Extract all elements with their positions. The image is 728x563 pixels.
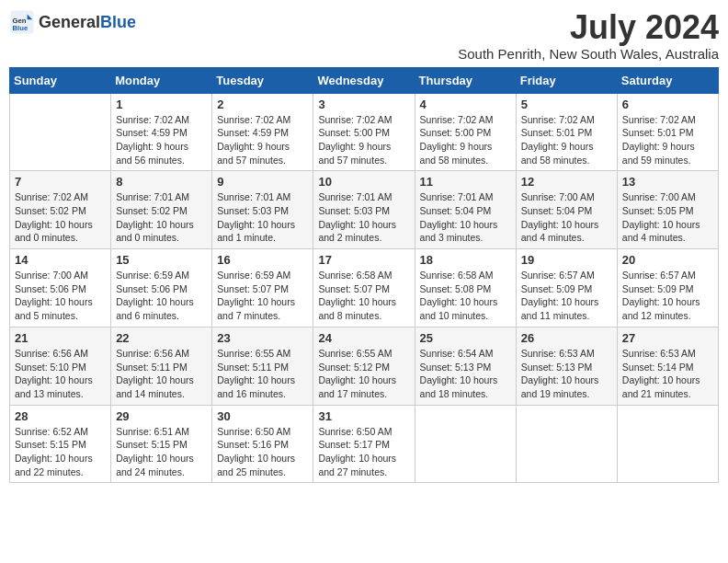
day-info: Sunrise: 6:50 AMSunset: 5:16 PMDaylight:… [217, 425, 308, 479]
day-info: Sunrise: 6:56 AMSunset: 5:11 PMDaylight:… [116, 347, 207, 401]
day-cell: 2Sunrise: 7:02 AMSunset: 4:59 PMDaylight… [212, 93, 313, 171]
day-info: Sunrise: 6:57 AMSunset: 5:09 PMDaylight:… [521, 269, 612, 323]
day-info: Sunrise: 7:01 AMSunset: 5:02 PMDaylight:… [116, 190, 207, 245]
day-number: 18 [420, 253, 511, 267]
day-cell [10, 93, 111, 171]
day-info: Sunrise: 6:55 AMSunset: 5:11 PMDaylight:… [217, 347, 308, 401]
svg-text:Blue: Blue [13, 24, 28, 32]
day-cell: 24Sunrise: 6:55 AMSunset: 5:12 PMDayligh… [313, 327, 415, 405]
day-number: 27 [622, 331, 713, 345]
day-number: 24 [318, 331, 409, 345]
day-number: 29 [116, 409, 207, 423]
day-info: Sunrise: 7:02 AMSunset: 5:00 PMDaylight:… [318, 113, 409, 167]
day-info: Sunrise: 6:51 AMSunset: 5:15 PMDaylight:… [116, 425, 207, 479]
day-info: Sunrise: 6:50 AMSunset: 5:17 PMDaylight:… [318, 425, 409, 479]
day-info: Sunrise: 6:52 AMSunset: 5:15 PMDaylight:… [15, 425, 106, 479]
day-number: 12 [521, 175, 612, 189]
day-info: Sunrise: 6:58 AMSunset: 5:08 PMDaylight:… [420, 269, 511, 323]
weekday-header-thursday: Thursday [415, 67, 516, 93]
logo-icon: Gen Blue [9, 9, 35, 35]
day-cell: 17Sunrise: 6:58 AMSunset: 5:07 PMDayligh… [313, 249, 415, 327]
day-info: Sunrise: 7:02 AMSunset: 5:00 PMDaylight:… [420, 113, 511, 167]
weekday-header-friday: Friday [516, 67, 617, 93]
day-number: 31 [318, 409, 409, 423]
day-number: 14 [15, 253, 106, 267]
day-cell: 12Sunrise: 7:00 AMSunset: 5:04 PMDayligh… [516, 171, 617, 249]
day-cell: 21Sunrise: 6:56 AMSunset: 5:10 PMDayligh… [10, 327, 111, 405]
day-number: 1 [116, 98, 207, 111]
day-cell: 9Sunrise: 7:01 AMSunset: 5:03 PMDaylight… [212, 171, 313, 249]
day-cell [617, 405, 718, 483]
logo: Gen Blue GeneralBlue [9, 9, 136, 35]
day-info: Sunrise: 6:56 AMSunset: 5:10 PMDaylight:… [15, 347, 106, 401]
day-info: Sunrise: 7:02 AMSunset: 5:01 PMDaylight:… [622, 113, 713, 167]
day-info: Sunrise: 7:01 AMSunset: 5:03 PMDaylight:… [217, 190, 308, 245]
day-number: 9 [217, 175, 308, 189]
day-info: Sunrise: 7:00 AMSunset: 5:05 PMDaylight:… [622, 190, 713, 245]
day-info: Sunrise: 6:55 AMSunset: 5:12 PMDaylight:… [318, 347, 409, 401]
day-cell: 27Sunrise: 6:53 AMSunset: 5:14 PMDayligh… [617, 327, 718, 405]
day-info: Sunrise: 6:58 AMSunset: 5:07 PMDaylight:… [318, 269, 409, 323]
weekday-header-saturday: Saturday [617, 67, 718, 93]
title-area: July 2024 South Penrith, New South Wales… [458, 9, 719, 62]
day-number: 16 [217, 253, 308, 267]
week-row-5: 28Sunrise: 6:52 AMSunset: 5:15 PMDayligh… [10, 405, 719, 483]
day-number: 3 [318, 98, 409, 111]
day-info: Sunrise: 7:01 AMSunset: 5:04 PMDaylight:… [420, 190, 511, 245]
day-cell: 18Sunrise: 6:58 AMSunset: 5:08 PMDayligh… [415, 249, 516, 327]
weekday-header-sunday: Sunday [10, 67, 111, 93]
day-number: 8 [116, 175, 207, 189]
day-number: 5 [521, 98, 612, 111]
day-number: 20 [622, 253, 713, 267]
header: Gen Blue GeneralBlue July 2024 South Pen… [9, 9, 719, 62]
weekday-header-wednesday: Wednesday [313, 67, 415, 93]
calendar: SundayMondayTuesdayWednesdayThursdayFrid… [9, 67, 719, 484]
day-cell: 20Sunrise: 6:57 AMSunset: 5:09 PMDayligh… [617, 249, 718, 327]
day-number: 6 [622, 98, 713, 111]
day-info: Sunrise: 7:02 AMSunset: 5:01 PMDaylight:… [521, 113, 612, 167]
day-info: Sunrise: 6:53 AMSunset: 5:14 PMDaylight:… [622, 347, 713, 401]
day-cell: 29Sunrise: 6:51 AMSunset: 5:15 PMDayligh… [111, 405, 212, 483]
week-row-3: 14Sunrise: 7:00 AMSunset: 5:06 PMDayligh… [10, 249, 719, 327]
day-cell: 1Sunrise: 7:02 AMSunset: 4:59 PMDaylight… [111, 93, 212, 171]
logo-general: General [39, 13, 100, 31]
day-info: Sunrise: 7:00 AMSunset: 5:04 PMDaylight:… [521, 190, 612, 245]
day-info: Sunrise: 6:59 AMSunset: 5:06 PMDaylight:… [116, 269, 207, 323]
day-info: Sunrise: 6:54 AMSunset: 5:13 PMDaylight:… [420, 347, 511, 401]
day-cell: 16Sunrise: 6:59 AMSunset: 5:07 PMDayligh… [212, 249, 313, 327]
day-number: 4 [420, 98, 511, 111]
day-info: Sunrise: 7:02 AMSunset: 4:59 PMDaylight:… [116, 113, 207, 167]
day-cell: 15Sunrise: 6:59 AMSunset: 5:06 PMDayligh… [111, 249, 212, 327]
day-cell: 8Sunrise: 7:01 AMSunset: 5:02 PMDaylight… [111, 171, 212, 249]
day-number: 28 [15, 409, 106, 423]
day-info: Sunrise: 7:02 AMSunset: 4:59 PMDaylight:… [217, 113, 308, 167]
day-number: 13 [622, 175, 713, 189]
day-number: 23 [217, 331, 308, 345]
day-cell [516, 405, 617, 483]
day-cell: 7Sunrise: 7:02 AMSunset: 5:02 PMDaylight… [10, 171, 111, 249]
day-cell: 5Sunrise: 7:02 AMSunset: 5:01 PMDaylight… [516, 93, 617, 171]
day-info: Sunrise: 6:53 AMSunset: 5:13 PMDaylight:… [521, 347, 612, 401]
day-number: 15 [116, 253, 207, 267]
day-number: 25 [420, 331, 511, 345]
weekday-header-monday: Monday [111, 67, 212, 93]
day-cell: 31Sunrise: 6:50 AMSunset: 5:17 PMDayligh… [313, 405, 415, 483]
day-number: 21 [15, 331, 106, 345]
day-cell: 4Sunrise: 7:02 AMSunset: 5:00 PMDaylight… [415, 93, 516, 171]
day-cell: 6Sunrise: 7:02 AMSunset: 5:01 PMDaylight… [617, 93, 718, 171]
day-number: 11 [420, 175, 511, 189]
logo-blue: Blue [100, 13, 136, 31]
location: South Penrith, New South Wales, Australi… [458, 46, 719, 62]
week-row-4: 21Sunrise: 6:56 AMSunset: 5:10 PMDayligh… [10, 327, 719, 405]
day-number: 7 [15, 175, 106, 189]
day-number: 17 [318, 253, 409, 267]
day-number: 10 [318, 175, 409, 189]
day-number: 30 [217, 409, 308, 423]
day-cell: 14Sunrise: 7:00 AMSunset: 5:06 PMDayligh… [10, 249, 111, 327]
day-cell: 3Sunrise: 7:02 AMSunset: 5:00 PMDaylight… [313, 93, 415, 171]
day-cell: 28Sunrise: 6:52 AMSunset: 5:15 PMDayligh… [10, 405, 111, 483]
day-cell: 25Sunrise: 6:54 AMSunset: 5:13 PMDayligh… [415, 327, 516, 405]
day-info: Sunrise: 7:00 AMSunset: 5:06 PMDaylight:… [15, 269, 106, 323]
day-cell: 22Sunrise: 6:56 AMSunset: 5:11 PMDayligh… [111, 327, 212, 405]
day-number: 22 [116, 331, 207, 345]
